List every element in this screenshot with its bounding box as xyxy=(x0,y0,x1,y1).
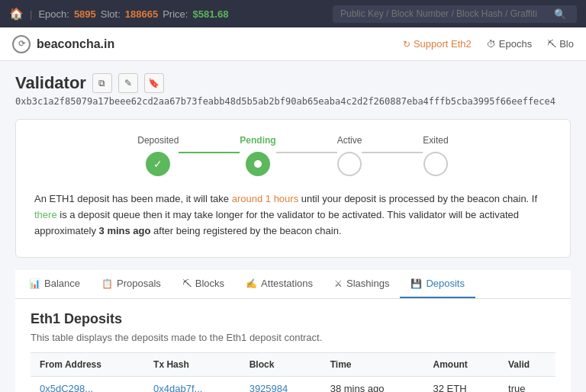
cell-tx-hash[interactable]: 0x4dab7f... xyxy=(144,377,240,392)
tab-attestations-label: Attestations xyxy=(261,278,313,289)
nav-link-epochs-label: Epochs xyxy=(499,38,532,50)
brand-name: beaconcha.in xyxy=(37,37,114,51)
edit-icon-btn[interactable]: ✎ xyxy=(118,73,138,93)
step-deposited-circle: ✓ xyxy=(146,152,170,176)
col-time: Time xyxy=(321,353,424,377)
cell-from-address[interactable]: 0x5dC298... xyxy=(31,377,144,392)
copy-icon-btn[interactable]: ⧉ xyxy=(92,73,112,93)
cell-time: 38 mins ago xyxy=(321,377,424,392)
deposits-section: Eth1 Deposits This table displays the de… xyxy=(15,299,571,392)
tab-attestations[interactable]: ✍ Attestations xyxy=(235,270,324,298)
col-block: Block xyxy=(240,353,321,377)
blocks-nav-icon: ⛏ xyxy=(547,39,556,50)
brand: ⟳ beaconcha.in xyxy=(12,35,114,53)
slot-label: Slot: xyxy=(101,8,121,20)
support-icon: ↻ xyxy=(403,39,411,50)
top-bar: 🏠 | Epoch: 5895 Slot: 188665 Price: $581… xyxy=(0,0,586,27)
validator-title-row: Validator ⧉ ✎ 🔖 xyxy=(15,73,571,93)
tab-proposals[interactable]: 📋 Proposals xyxy=(91,270,172,298)
deposits-section-title: Eth1 Deposits xyxy=(31,311,555,327)
nav-link-epochs[interactable]: ⏱ Epochs xyxy=(487,38,532,50)
col-tx-hash: Tx Hash xyxy=(144,353,240,377)
tab-balance[interactable]: 📊 Balance xyxy=(18,270,91,298)
tab-slashings[interactable]: ⚔ Slashings xyxy=(324,270,400,298)
nav-bar: ⟳ beaconcha.in ↻ Support Eth2 ⏱ Epochs ⛏… xyxy=(0,27,586,61)
deposits-section-desc: This table displays the deposits made to… xyxy=(31,332,555,343)
tabs: 📊 Balance 📋 Proposals ⛏ Blocks ✍ Attesta… xyxy=(15,270,571,299)
table-row: 0x5dC298... 0x4dab7f... 3925984 38 mins … xyxy=(31,377,555,392)
balance-tab-icon: 📊 xyxy=(29,278,40,289)
col-valid: Valid xyxy=(499,353,555,377)
nav-link-blocks-label: Blo xyxy=(559,38,574,50)
tab-blocks[interactable]: ⛏ Blocks xyxy=(172,270,235,298)
step-active: Active xyxy=(337,135,362,176)
tab-slashings-label: Slashings xyxy=(346,278,389,289)
highlight-if: there xyxy=(34,209,57,220)
connector-1 xyxy=(179,152,240,153)
top-bar-left: 🏠 | Epoch: 5895 Slot: 188665 Price: $581… xyxy=(9,7,228,21)
nav-link-support-label: Support Eth2 xyxy=(414,38,472,50)
step-deposited-label: Deposited xyxy=(137,135,179,146)
connector-2 xyxy=(276,152,337,153)
cell-block[interactable]: 3925984 xyxy=(240,377,321,392)
nav-link-blocks[interactable]: ⛏ Blo xyxy=(547,38,574,50)
epoch-label: Epoch: xyxy=(38,8,69,20)
step-exited: Exited xyxy=(423,135,448,176)
validator-hash: 0xb3c1a2f85079a17beee62cd2aa67b73feabb48… xyxy=(15,96,571,107)
cell-valid: true xyxy=(499,377,555,392)
tab-balance-label: Balance xyxy=(44,278,80,289)
step-active-label: Active xyxy=(337,135,362,146)
proposals-tab-icon: 📋 xyxy=(101,278,113,289)
search-bar[interactable]: 🔍 xyxy=(333,5,577,23)
highlight-time: around 1 hours xyxy=(232,193,298,204)
blocks-tab-icon: ⛏ xyxy=(182,278,192,289)
step-pending: Pending xyxy=(240,135,275,176)
epochs-icon: ⏱ xyxy=(487,39,496,50)
step-active-circle xyxy=(337,152,362,176)
search-input[interactable] xyxy=(340,8,554,19)
home-icon[interactable]: 🏠 xyxy=(9,7,24,21)
col-amount: Amount xyxy=(424,353,500,377)
step-pending-label: Pending xyxy=(240,135,275,146)
price-value: $581.68 xyxy=(192,8,228,20)
main-content: Validator ⧉ ✎ 🔖 0xb3c1a2f85079a17beee62c… xyxy=(0,61,586,392)
cell-amount: 32 ETH xyxy=(424,377,500,392)
status-card: Deposited ✓ Pending Active Exited xyxy=(15,119,571,258)
bookmark-icon-btn[interactable]: 🔖 xyxy=(144,73,164,93)
step-exited-label: Exited xyxy=(423,135,448,146)
connector-3 xyxy=(362,152,423,153)
deposits-tab-icon: 💾 xyxy=(411,278,422,289)
slashings-tab-icon: ⚔ xyxy=(334,278,343,289)
epoch-value: 5895 xyxy=(74,8,96,20)
activation-time: 3 mins ago xyxy=(99,225,151,236)
brand-icon: ⟳ xyxy=(12,35,31,53)
validator-title: Validator xyxy=(15,73,86,93)
step-pending-circle xyxy=(246,152,270,176)
table-header-row: From Address Tx Hash Block Time Amount V… xyxy=(31,353,555,377)
price-label: Price: xyxy=(163,8,188,20)
deposits-table: From Address Tx Hash Block Time Amount V… xyxy=(31,352,555,392)
stepper: Deposited ✓ Pending Active Exited xyxy=(34,135,552,176)
tab-deposits-label: Deposits xyxy=(426,278,465,289)
nav-link-support[interactable]: ↻ Support Eth2 xyxy=(403,38,472,50)
slot-value: 188665 xyxy=(125,8,158,20)
tab-blocks-label: Blocks xyxy=(195,278,224,289)
tab-deposits[interactable]: 💾 Deposits xyxy=(400,270,475,298)
col-from-address: From Address xyxy=(31,353,144,377)
attestations-tab-icon: ✍ xyxy=(246,278,257,289)
status-message: An ETH1 deposit has been made, it will t… xyxy=(34,191,552,239)
tab-proposals-label: Proposals xyxy=(117,278,161,289)
step-exited-circle xyxy=(423,152,448,176)
nav-links: ↻ Support Eth2 ⏱ Epochs ⛏ Blo xyxy=(403,38,574,50)
search-icon: 🔍 xyxy=(554,8,566,20)
step-deposited: Deposited ✓ xyxy=(137,135,179,176)
